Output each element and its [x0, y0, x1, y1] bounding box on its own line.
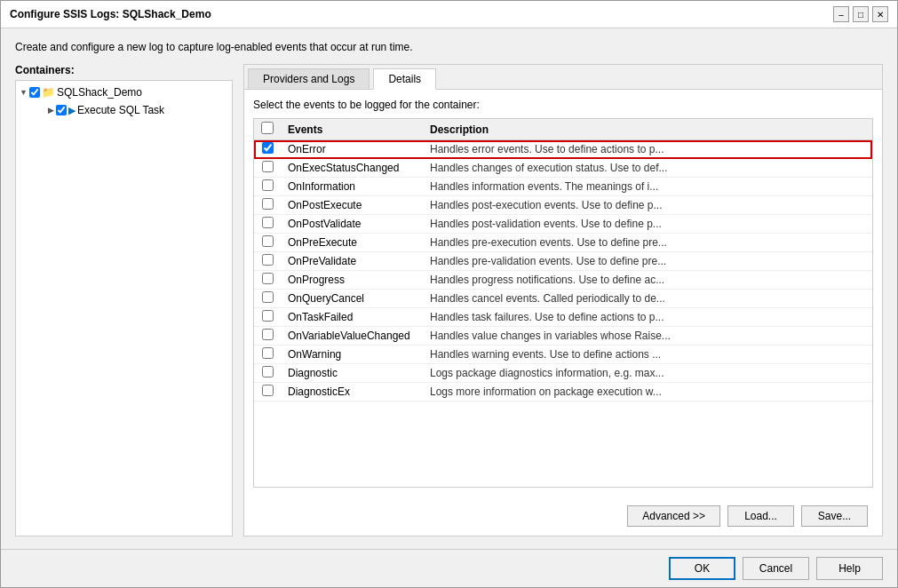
- event-name-onexecstatuschanged: OnExecStatusChanged: [281, 159, 423, 178]
- event-desc-onvariablevaluechanged: Handles value changes in variables whose…: [423, 327, 872, 346]
- folder-icon: 📁: [42, 86, 55, 99]
- row-checkbox-onprogress[interactable]: [262, 273, 274, 284]
- event-name-onwarning: OnWarning: [281, 346, 423, 364]
- event-name-onerror: OnError: [281, 140, 423, 159]
- tab-content-details: Select the events to be logged for the c…: [244, 90, 882, 497]
- event-name-ontaskfailed: OnTaskFailed: [281, 308, 423, 327]
- description-text: Create and configure a new log to captur…: [15, 41, 883, 53]
- event-name-diagnosticex: DiagnosticEx: [281, 383, 423, 401]
- child-checkbox[interactable]: [56, 105, 67, 115]
- dialog-footer: OK Cancel Help: [1, 549, 897, 587]
- event-desc-oninformation: Handles information events. The meanings…: [423, 178, 872, 196]
- table-row[interactable]: OnProgress Handles progress notification…: [254, 271, 872, 290]
- row-checkbox-onvariablevaluechanged[interactable]: [262, 329, 274, 340]
- table-row[interactable]: OnVariableValueChanged Handles value cha…: [254, 327, 872, 346]
- load-button[interactable]: Load...: [727, 505, 794, 527]
- event-desc-onquerycancel: Handles cancel events. Called periodical…: [423, 290, 872, 308]
- row-checkbox-onprevalidate[interactable]: [262, 254, 274, 266]
- event-name-diagnostic: Diagnostic: [281, 364, 423, 383]
- tabs: Providers and Logs Details: [244, 65, 882, 90]
- maximize-button[interactable]: □: [853, 6, 869, 22]
- save-button[interactable]: Save...: [801, 505, 868, 527]
- table-row[interactable]: DiagnosticEx Logs more information on pa…: [254, 383, 872, 401]
- event-name-onprevalidate: OnPreValidate: [281, 252, 423, 271]
- cancel-button[interactable]: Cancel: [743, 557, 809, 580]
- events-table: Events Description OnError: [253, 118, 873, 488]
- main-area: Containers: ▼ 📁 SQLShack_Demo ▶ ▶ Exe: [15, 64, 883, 536]
- row-checkbox-onwarning[interactable]: [262, 347, 274, 359]
- row-checkbox-diagnosticex[interactable]: [262, 385, 274, 396]
- child-label: Execute SQL Task: [77, 104, 164, 116]
- bottom-buttons: Advanced >> Load... Save...: [244, 497, 882, 536]
- ok-button[interactable]: OK: [669, 557, 735, 580]
- event-desc-onprogress: Handles progress notifications. Use to d…: [423, 271, 872, 290]
- containers-label: Containers:: [15, 64, 233, 76]
- table-header-row: Events Description: [254, 119, 872, 140]
- table-row[interactable]: OnQueryCancel Handles cancel events. Cal…: [254, 290, 872, 308]
- row-checkbox-diagnostic[interactable]: [262, 366, 274, 377]
- event-desc-onpostvalidate: Handles post-validation events. Use to d…: [423, 215, 872, 234]
- table-row[interactable]: OnTaskFailed Handles task failures. Use …: [254, 308, 872, 327]
- configure-ssis-logs-dialog: Configure SSIS Logs: SQLShack_Demo – □ ✕…: [0, 0, 898, 588]
- help-button[interactable]: Help: [816, 557, 883, 580]
- row-checkbox-onpostexecute[interactable]: [262, 198, 274, 210]
- right-panel: Providers and Logs Details Select the ev…: [243, 64, 883, 536]
- row-checkbox-onquerycancel[interactable]: [262, 291, 274, 303]
- title-bar-controls: – □ ✕: [833, 6, 888, 22]
- root-label: SQLShack_Demo: [57, 86, 142, 99]
- table-row[interactable]: OnInformation Handles information events…: [254, 178, 872, 196]
- event-desc-onpostexecute: Handles post-execution events. Use to de…: [423, 196, 872, 215]
- advanced-button[interactable]: Advanced >>: [627, 505, 720, 527]
- row-checkbox-onerror[interactable]: [262, 142, 274, 154]
- event-name-onvariablevaluechanged: OnVariableValueChanged: [281, 327, 423, 346]
- row-checkbox-oninformation[interactable]: [262, 179, 274, 191]
- table-row[interactable]: OnPreValidate Handles pre-validation eve…: [254, 252, 872, 271]
- event-desc-ontaskfailed: Handles task failures. Use to define act…: [423, 308, 872, 327]
- select-label: Select the events to be logged for the c…: [253, 99, 873, 111]
- row-check-cell: [254, 140, 281, 159]
- expand-arrow-child-icon: ▶: [48, 106, 54, 115]
- minimize-button[interactable]: –: [833, 6, 849, 22]
- row-checkbox-onpreexecute[interactable]: [262, 235, 274, 247]
- close-button[interactable]: ✕: [872, 6, 888, 22]
- header-events: Events: [281, 119, 423, 140]
- row-checkbox-onexecstatuschanged[interactable]: [262, 161, 274, 172]
- event-desc-onexecstatuschanged: Handles changes of execution status. Use…: [423, 159, 872, 178]
- tree-item-child[interactable]: ▶ ▶ Execute SQL Task: [48, 102, 228, 118]
- event-name-onpostexecute: OnPostExecute: [281, 196, 423, 215]
- table-row[interactable]: OnPreExecute Handles pre-execution event…: [254, 234, 872, 252]
- task-icon: ▶: [68, 105, 75, 116]
- event-desc-diagnostic: Logs package diagnostics information, e.…: [423, 364, 872, 383]
- tab-providers-and-logs[interactable]: Providers and Logs: [248, 68, 370, 89]
- event-name-onprogress: OnProgress: [281, 271, 423, 290]
- event-desc-diagnosticex: Logs more information on package executi…: [423, 383, 872, 401]
- title-bar: Configure SSIS Logs: SQLShack_Demo – □ ✕: [1, 1, 897, 28]
- events-table-body: OnError Handles error events. Use to def…: [254, 140, 872, 401]
- table-row[interactable]: Diagnostic Logs package diagnostics info…: [254, 364, 872, 383]
- tree-item-root[interactable]: ▼ 📁 SQLShack_Demo: [20, 84, 228, 100]
- event-name-oninformation: OnInformation: [281, 178, 423, 196]
- dialog-content: Create and configure a new log to captur…: [1, 28, 897, 549]
- event-name-onquerycancel: OnQueryCancel: [281, 290, 423, 308]
- event-desc-onwarning: Handles warning events. Use to define ac…: [423, 346, 872, 364]
- event-name-onpostvalidate: OnPostValidate: [281, 215, 423, 234]
- row-checkbox-onpostvalidate[interactable]: [262, 217, 274, 228]
- tab-details[interactable]: Details: [373, 68, 436, 90]
- table-row[interactable]: OnWarning Handles warning events. Use to…: [254, 346, 872, 364]
- tree-view: ▼ 📁 SQLShack_Demo ▶ ▶ Execute SQL Task: [15, 80, 233, 536]
- header-check-cell: [254, 119, 281, 140]
- table-row[interactable]: OnPostValidate Handles post-validation e…: [254, 215, 872, 234]
- event-desc-onerror: Handles error events. Use to define acti…: [423, 140, 872, 159]
- event-desc-onprevalidate: Handles pre-validation events. Use to de…: [423, 252, 872, 271]
- table-row[interactable]: OnPostExecute Handles post-execution eve…: [254, 196, 872, 215]
- events-data-table: Events Description OnError: [254, 119, 872, 401]
- dialog-title: Configure SSIS Logs: SQLShack_Demo: [10, 8, 211, 20]
- root-checkbox[interactable]: [29, 87, 40, 98]
- expand-arrow-icon: ▼: [20, 88, 28, 97]
- table-row[interactable]: OnError Handles error events. Use to def…: [254, 140, 872, 159]
- left-panel: Containers: ▼ 📁 SQLShack_Demo ▶ ▶ Exe: [15, 64, 233, 536]
- row-checkbox-ontaskfailed[interactable]: [262, 310, 274, 322]
- header-description: Description: [423, 119, 872, 140]
- header-checkbox[interactable]: [261, 122, 274, 134]
- table-row[interactable]: OnExecStatusChanged Handles changes of e…: [254, 159, 872, 178]
